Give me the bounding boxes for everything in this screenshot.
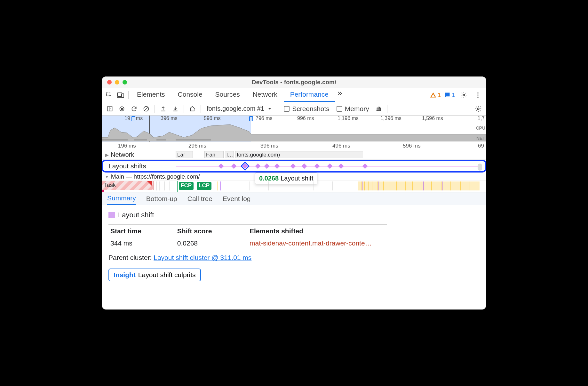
tabs-overflow-icon[interactable]: » (335, 88, 345, 102)
screenshots-checkbox[interactable]: Screenshots (281, 105, 333, 113)
svg-point-9 (121, 108, 123, 109)
flame-chart[interactable]: Task FCP LCP (102, 181, 486, 192)
timeline-overview[interactable]: 19ms 396 ms 596 ms 796 ms 996 ms 1,196 m… (102, 116, 486, 142)
network-track[interactable]: ▶ Network Lar Fan l… fonts.google.com) (102, 150, 486, 160)
time-ruler: 196 ms 296 ms 396 ms 496 ms 596 ms 69 (102, 142, 486, 150)
capture-settings-icon[interactable] (473, 103, 484, 115)
detail-tab-summary[interactable]: Summary (107, 192, 136, 205)
col-shift-score: Shift score (175, 225, 248, 238)
reload-record-icon[interactable] (128, 103, 140, 115)
upload-icon[interactable] (157, 103, 169, 115)
devtools-tabbar: Elements Console Sources Network Perform… (102, 88, 486, 102)
cpu-label: CPU (476, 125, 485, 132)
detail-tab-bottom-up[interactable]: Bottom-up (146, 193, 177, 205)
insight-button[interactable]: Insight Layout shift culprits (108, 269, 201, 281)
layout-shift-marker[interactable] (327, 164, 333, 169)
scroll-knob[interactable] (478, 164, 482, 171)
col-start-time: Start time (108, 225, 175, 238)
summary-table: Start time Shift score Elements shifted … (108, 224, 387, 249)
parent-cluster-link[interactable]: Layout shift cluster @ 311.01 ms (154, 254, 251, 261)
zoom-window-button[interactable] (123, 80, 127, 84)
network-segment[interactable]: fonts.google.com) (235, 151, 363, 158)
tab-performance[interactable]: Performance (284, 88, 335, 102)
recording-select-label: fonts.google.com #1 (207, 105, 264, 112)
record-icon[interactable] (116, 103, 128, 115)
layout-shift-marker[interactable] (231, 164, 237, 169)
device-toggle-icon[interactable] (115, 89, 126, 101)
toggle-sidebar-icon[interactable] (104, 103, 115, 115)
layout-shift-marker[interactable] (274, 164, 280, 169)
svg-point-5 (477, 94, 479, 96)
svg-rect-16 (176, 139, 211, 141)
svg-point-11 (477, 108, 479, 110)
tab-network[interactable]: Network (246, 88, 284, 102)
tab-sources[interactable]: Sources (209, 88, 246, 102)
overview-handle-left[interactable] (131, 116, 135, 121)
warnings-badge[interactable]: 1 (430, 92, 441, 99)
layout-shifts-track[interactable]: Layout shifts (102, 160, 486, 173)
home-icon[interactable] (187, 103, 198, 115)
layout-shift-marker[interactable] (219, 164, 224, 169)
messages-badge[interactable]: 1 (444, 92, 455, 99)
svg-rect-1 (117, 93, 122, 96)
messages-count: 1 (452, 92, 455, 99)
devtools-window: DevTools - fonts.google.com/ Elements Co… (102, 76, 486, 310)
net-label: NET (476, 135, 485, 142)
svg-rect-14 (134, 139, 147, 141)
expand-icon[interactable]: ▶ (105, 152, 109, 157)
long-task-indicator (147, 181, 152, 186)
overview-ticks: 19ms 396 ms 596 ms 796 ms 996 ms 1,196 m… (102, 116, 486, 121)
detail-tab-event-log[interactable]: Event log (223, 193, 251, 205)
network-segment[interactable]: Lar (176, 151, 193, 158)
svg-rect-27 (358, 181, 480, 190)
minimize-window-button[interactable] (115, 80, 119, 84)
layout-shift-marker[interactable] (302, 164, 307, 169)
download-icon[interactable] (170, 103, 181, 115)
settings-icon[interactable] (458, 90, 469, 101)
val-start-time: 344 ms (108, 237, 175, 249)
svg-point-6 (477, 96, 479, 98)
layout-shift-marker[interactable] (264, 164, 270, 169)
collapse-icon[interactable]: ▼ (105, 174, 109, 179)
close-window-button[interactable] (107, 80, 112, 84)
recording-select[interactable]: fonts.google.com #1 (203, 104, 275, 114)
layout-shift-marker-selected[interactable] (242, 164, 248, 169)
garbage-collect-icon[interactable] (373, 103, 385, 115)
svg-rect-13 (102, 139, 128, 141)
network-segment[interactable]: l… (225, 151, 234, 158)
col-elements: Elements shifted (248, 225, 387, 238)
warnings-count: 1 (438, 92, 441, 99)
chevron-down-icon (267, 107, 272, 111)
memory-checkbox[interactable]: Memory (333, 105, 372, 113)
tab-elements[interactable]: Elements (131, 88, 171, 102)
performance-toolbar: fonts.google.com #1 Screenshots Memory (102, 102, 486, 116)
summary-heading: Layout shift (118, 211, 154, 219)
kebab-menu-icon[interactable] (473, 90, 483, 101)
overview-handle-right[interactable] (249, 116, 253, 121)
val-elements-shifted[interactable]: mat-sidenav-content.mat-drawer-conte… (248, 237, 387, 249)
network-segment[interactable]: Fan (204, 151, 224, 158)
table-row: 344 ms 0.0268 mat-sidenav-content.mat-dr… (108, 237, 387, 249)
layout-shift-marker[interactable] (314, 164, 320, 169)
parent-cluster: Parent cluster: Layout shift cluster @ 3… (108, 254, 387, 261)
layout-shift-marker[interactable] (290, 164, 296, 169)
layout-shift-marker[interactable] (338, 164, 344, 169)
detail-tab-call-tree[interactable]: Call tree (187, 193, 212, 205)
clear-icon[interactable] (140, 103, 152, 115)
svg-rect-7 (107, 107, 112, 111)
inspect-element-icon[interactable] (103, 89, 115, 101)
traffic-lights (102, 80, 127, 84)
svg-point-3 (463, 94, 465, 96)
layout-shift-swatch (108, 212, 115, 218)
window-title: DevTools - fonts.google.com/ (102, 79, 486, 86)
cpu-graph (102, 121, 486, 141)
detail-tabs: Summary Bottom-up Call tree Event log (102, 192, 486, 205)
layout-shift-marker[interactable] (255, 164, 261, 169)
svg-point-4 (477, 92, 479, 93)
layout-shift-marker[interactable] (362, 164, 368, 169)
svg-rect-15 (156, 139, 166, 141)
tab-console[interactable]: Console (171, 88, 209, 102)
val-shift-score: 0.0268 (175, 237, 248, 249)
titlebar: DevTools - fonts.google.com/ (102, 76, 486, 88)
summary-panel: Layout shift Start time Shift score Elem… (102, 205, 393, 287)
